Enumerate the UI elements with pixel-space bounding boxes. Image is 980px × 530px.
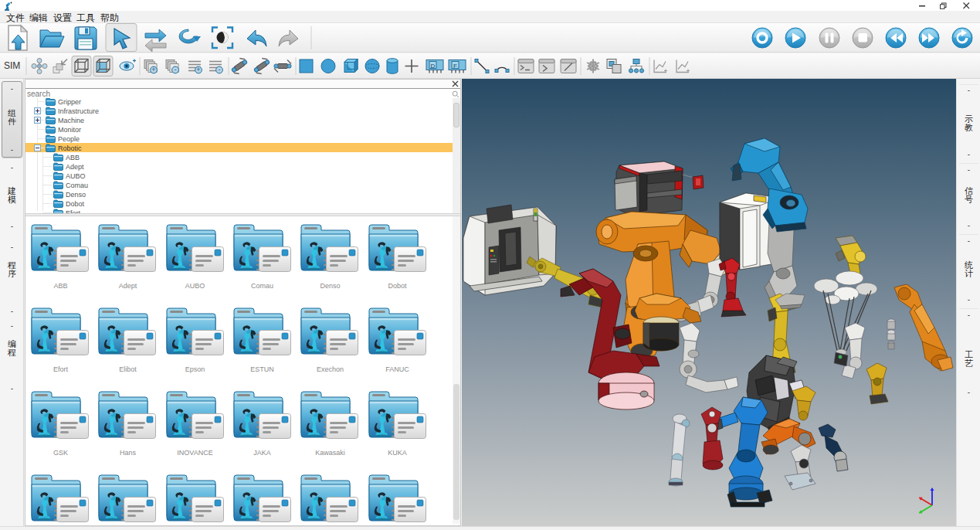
svg-text:-: - — [219, 66, 221, 73]
svg-text:-: - — [175, 66, 177, 73]
svg-text:D: D — [431, 63, 436, 70]
svg-text:+: + — [196, 66, 200, 73]
svg-text:+: + — [151, 66, 155, 73]
svg-text:F: F — [453, 63, 457, 70]
